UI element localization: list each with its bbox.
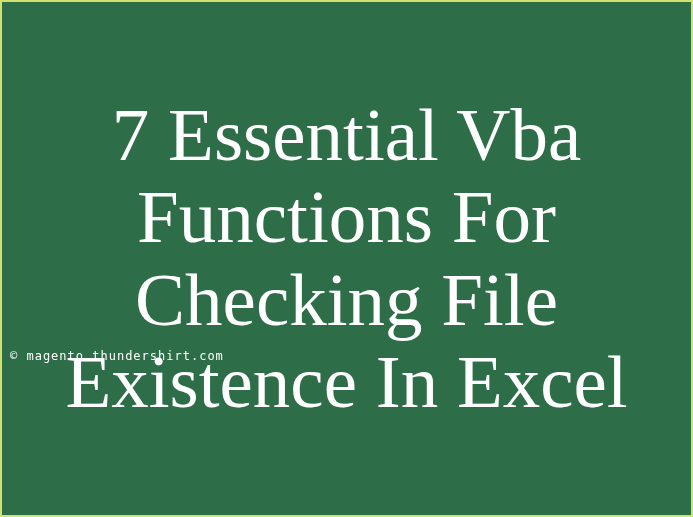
main-title: 7 Essential Vba Functions For Checking F…: [2, 84, 691, 434]
watermark-text: © magento.thundershirt.com: [10, 349, 224, 363]
